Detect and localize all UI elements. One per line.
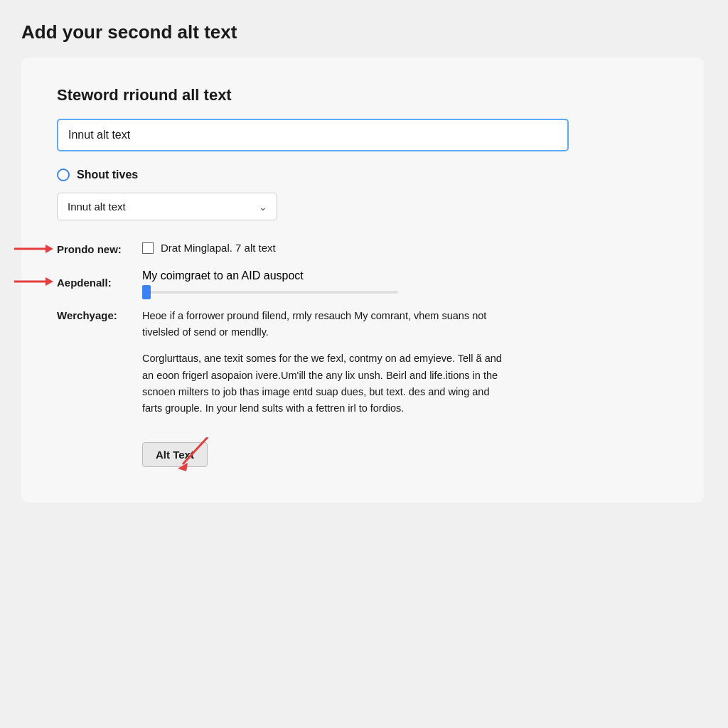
slider-container: [142, 291, 398, 294]
svg-line-4: [183, 437, 208, 464]
aepdenall-label: Aepdenall:: [57, 275, 142, 289]
fields-section: Prondo new: Drat Minglapal. 7 alt text A…: [57, 242, 668, 434]
radio-label: Shout tives: [77, 168, 138, 181]
prondo-checkbox-text: Drat Minglapal. 7 alt text: [161, 242, 276, 254]
prondo-arrow-indicator: [14, 241, 53, 257]
werchyage-paragraph2: Corglurttaus, ane texit somes for the we…: [142, 350, 512, 417]
page-title: Add your second alt text: [21, 21, 707, 43]
svg-marker-1: [46, 245, 53, 253]
main-card: Steword rriound all text Shout tives Inn…: [21, 58, 704, 503]
aepdenall-content: My coimgraet to an AID auspoct: [142, 269, 398, 294]
button-red-arrow-icon: [172, 437, 215, 473]
prondo-label: Prondo new:: [57, 242, 142, 255]
werchyage-label: Werchyage:: [57, 308, 142, 321]
red-arrow-icon: [14, 241, 53, 257]
slider-thumb[interactable]: [142, 285, 151, 299]
werchyage-row: Werchyage: Heoe if a forrower pround fil…: [57, 308, 668, 417]
alt-text-input[interactable]: [57, 119, 569, 151]
alt-text-button-wrapper: Alt Text: [142, 434, 208, 467]
aepdenall-arrow-indicator: [14, 274, 53, 289]
dropdown-select[interactable]: Innut alt text: [57, 193, 277, 220]
svg-marker-3: [46, 277, 53, 286]
werchyage-text: Heoe if a forrower pround filend, rmly r…: [142, 308, 512, 417]
radio-row: Shout tives: [57, 168, 668, 181]
prondo-checkbox[interactable]: [142, 242, 154, 254]
prondo-new-row: Prondo new: Drat Minglapal. 7 alt text: [57, 242, 668, 255]
aepdenall-text: My coimgraet to an AID auspoct: [142, 269, 398, 282]
werchyage-paragraph1: Heoe if a forrower pround filend, rmly r…: [142, 308, 512, 341]
prondo-content: Drat Minglapal. 7 alt text: [142, 242, 276, 254]
section-title: Steword rriound all text: [57, 86, 668, 105]
radio-button[interactable]: [57, 168, 70, 181]
slider-track: [142, 291, 398, 294]
red-arrow-icon-2: [14, 274, 53, 289]
aepdenall-row: Aepdenall: My coimgraet to an AID auspoc…: [57, 269, 668, 294]
dropdown-wrapper: Innut alt text ⌄: [57, 193, 277, 220]
